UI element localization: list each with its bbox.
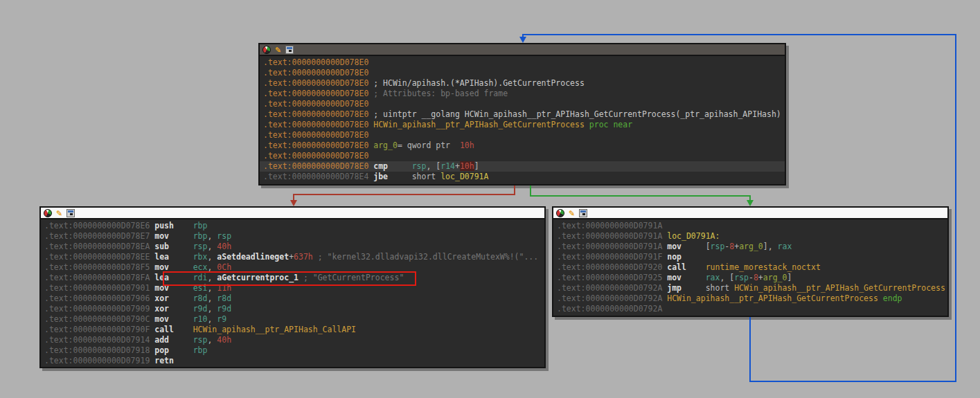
code-line[interactable]: .text:0000000000D07918 pop rbp <box>41 345 544 356</box>
code-line[interactable]: .text:0000000000D0792A jmp short HCWin_a… <box>553 283 947 293</box>
node-color-icon[interactable] <box>556 209 564 217</box>
line-address: .text:0000000000D078E6 <box>44 221 154 230</box>
annotation-red-box <box>163 271 416 286</box>
code-line[interactable]: .text:0000000000D0791A <box>553 221 947 231</box>
edge-true-branch-arrowhead <box>747 200 754 206</box>
line-address: .text:0000000000D078E7 <box>44 231 154 241</box>
code-line[interactable]: .text:0000000000D0791A loc_D0791A: <box>553 231 947 242</box>
code-line[interactable]: .text:0000000000D078E0 <box>260 130 785 141</box>
line-address: .text:0000000000D078EE <box>44 252 154 262</box>
code-line[interactable]: .text:0000000000D078E4 jbe short loc_D07… <box>260 172 785 182</box>
line-address: .text:0000000000D078E0 <box>263 109 373 119</box>
node-titlebar[interactable]: ✎ <box>553 208 947 219</box>
line-address: .text:0000000000D07920 <box>557 262 667 272</box>
line-address: .text:0000000000D07918 <box>44 345 154 355</box>
code-line[interactable]: .text:0000000000D078E0 ; uintptr __golan… <box>260 109 785 120</box>
line-address: .text:0000000000D078E0 <box>263 161 373 171</box>
window-icon[interactable] <box>66 209 75 217</box>
line-address: .text:0000000000D078E0 <box>263 89 373 98</box>
code-line[interactable]: .text:0000000000D0792A HCWin_apihash__pt… <box>553 293 947 304</box>
line-address: .text:0000000000D07919 <box>44 356 154 365</box>
line-address: .text:0000000000D0790F <box>44 325 154 334</box>
code-listing: .text:0000000000D078E0 .text:0000000000D… <box>260 56 785 182</box>
line-address: .text:0000000000D07914 <box>44 335 154 345</box>
edge-back-to-entry-arrowhead <box>519 37 526 43</box>
graph-node-loc-d0791a[interactable]: ✎ .text:0000000000D0791A .text:000000000… <box>552 206 949 317</box>
code-line[interactable]: .text:0000000000D078E0 ; HCWin/apihash.(… <box>260 78 785 89</box>
line-address: .text:0000000000D078EA <box>44 242 154 251</box>
line-address: .text:0000000000D078F5 <box>44 262 154 272</box>
code-line[interactable]: .text:0000000000D07920 call runtime_more… <box>553 262 947 273</box>
line-address: .text:0000000000D078E4 <box>263 172 373 181</box>
line-address: .text:0000000000D0791A <box>557 231 667 241</box>
line-address: .text:0000000000D0791A <box>557 242 667 251</box>
code-line[interactable]: .text:0000000000D0790F call HCWin_apihas… <box>41 325 544 335</box>
line-address: .text:0000000000D0791F <box>557 252 667 262</box>
code-line[interactable]: .text:0000000000D07925 mov rax, [rsp-8+a… <box>553 273 947 283</box>
code-line[interactable]: .text:0000000000D078E0 <box>260 68 785 78</box>
line-address: .text:0000000000D078E0 <box>263 99 373 109</box>
line-address: .text:0000000000D0792A <box>557 283 667 293</box>
line-address: .text:0000000000D078E0 <box>263 57 373 67</box>
code-line[interactable]: .text:0000000000D078E0 <box>260 99 785 109</box>
line-address: .text:0000000000D078E0 <box>263 130 373 140</box>
node-titlebar[interactable]: ✎ <box>41 208 544 219</box>
line-address: .text:0000000000D07901 <box>44 283 154 293</box>
code-line[interactable]: .text:0000000000D078E0 arg_0= qword ptr … <box>260 141 785 151</box>
code-line[interactable]: .text:0000000000D0790C mov r10, r9 <box>41 314 544 325</box>
code-listing: .text:0000000000D0791A .text:0000000000D… <box>553 219 947 314</box>
code-line[interactable]: .text:0000000000D07909 xor r9d, r9d <box>41 304 544 314</box>
edge-false-branch <box>294 186 515 201</box>
code-line[interactable]: .text:0000000000D0791A mov [rsp-8+arg_0]… <box>553 242 947 252</box>
edge-true-branch <box>531 186 750 201</box>
line-address: .text:0000000000D078E0 <box>263 141 373 150</box>
graph-canvas[interactable]: ✎ .text:0000000000D078E0 .text:000000000… <box>0 0 980 398</box>
window-icon[interactable] <box>285 46 294 54</box>
line-address: .text:0000000000D078E0 <box>263 78 373 88</box>
code-line[interactable]: .text:0000000000D078E6 push rbp <box>41 221 544 231</box>
code-line[interactable]: .text:0000000000D078E7 mov rbp, rsp <box>41 231 544 242</box>
code-line[interactable]: .text:0000000000D07919 retn <box>41 356 544 366</box>
line-address: .text:0000000000D07925 <box>557 273 667 282</box>
line-address: .text:0000000000D0792A <box>557 304 667 314</box>
code-line[interactable]: .text:0000000000D078EE lea rbx, aSetdead… <box>41 252 544 262</box>
window-icon[interactable] <box>579 209 587 217</box>
line-address: .text:0000000000D0790C <box>44 314 154 324</box>
code-line[interactable]: .text:0000000000D0792A <box>553 304 947 314</box>
line-address: .text:0000000000D078E0 <box>263 151 373 161</box>
code-line[interactable]: .text:0000000000D078E0 HCWin_apihash__pt… <box>260 120 785 130</box>
line-address: .text:0000000000D0792A <box>557 293 667 303</box>
line-address: .text:0000000000D078E0 <box>263 68 373 78</box>
code-line[interactable]: .text:0000000000D078E0 <box>260 151 785 161</box>
line-address: .text:0000000000D07909 <box>44 304 154 314</box>
node-titlebar[interactable]: ✎ <box>260 44 785 56</box>
edge-false-branch-arrowhead <box>290 200 297 206</box>
code-line[interactable]: .text:0000000000D0791F nop <box>553 252 947 262</box>
graph-node-function-header[interactable]: ✎ .text:0000000000D078E0 .text:000000000… <box>258 43 786 186</box>
code-line[interactable]: .text:0000000000D07906 xor r8d, r8d <box>41 293 544 304</box>
code-line[interactable]: .text:0000000000D07914 add rsp, 40h <box>41 335 544 345</box>
line-address: .text:0000000000D078FA <box>44 273 154 282</box>
edit-icon[interactable]: ✎ <box>55 209 64 217</box>
code-line[interactable]: .text:0000000000D078EA sub rsp, 40h <box>41 242 544 252</box>
node-color-icon[interactable] <box>262 46 271 54</box>
code-listing: .text:0000000000D078E6 push rbp.text:000… <box>41 219 544 366</box>
code-line[interactable]: .text:0000000000D078E0 <box>260 57 785 68</box>
line-address: .text:0000000000D0791A <box>557 221 667 230</box>
line-address: .text:0000000000D078E0 <box>263 120 373 129</box>
line-address: .text:0000000000D07906 <box>44 293 154 303</box>
code-line[interactable]: .text:0000000000D078E0 cmp rsp, [r14+10h… <box>260 161 785 172</box>
node-color-icon[interactable] <box>44 209 52 217</box>
edit-icon[interactable]: ✎ <box>274 46 283 54</box>
graph-node-fallthrough-body[interactable]: ✎ .text:0000000000D078E6 push rbp.text:0… <box>39 206 546 368</box>
edit-icon[interactable]: ✎ <box>567 209 576 217</box>
code-line[interactable]: .text:0000000000D078E0 ; Attributes: bp-… <box>260 89 785 99</box>
